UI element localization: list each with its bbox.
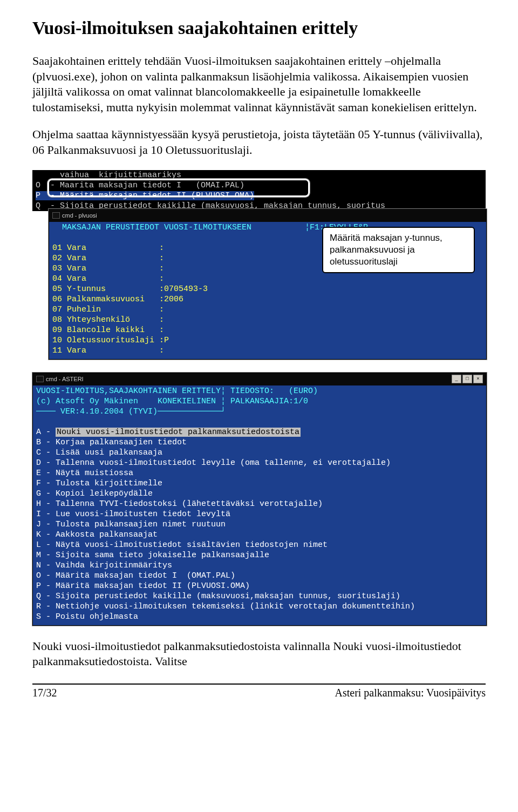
- paragraph-3: Nouki vuosi-ilmoitustiedot palkanmaksuti…: [32, 639, 486, 669]
- close-button[interactable]: ×: [473, 375, 483, 383]
- console-body: VUOSI-ILMOITUS,SAAJAKOHTAINEN ERITTELY¦ …: [33, 385, 486, 625]
- page-title: Vuosi-ilmoituksen saajakohtainen erittel…: [32, 17, 486, 38]
- paragraph-2: Ohjelma saattaa käynnistyessään kysyä pe…: [32, 127, 486, 158]
- page-footer: 17/32 Asteri palkanmaksu: Vuosipäivitys: [32, 684, 486, 699]
- window-buttons: _ □ ×: [452, 375, 483, 383]
- console-window-2: cmd - ASTERI _ □ × VUOSI-ILMOITUS,SAAJAK…: [32, 373, 487, 626]
- console-header: MAKSAJAN PERUSTIEDOT VUOSI-ILMOITUKSEEN …: [52, 223, 368, 232]
- header-line: VUOSI-ILMOITUS,SAAJAKOHTAINEN ERITTELY¦ …: [36, 387, 318, 396]
- screenshot-perustiedot: vaihua kirjuittimaarikys O - Maarita mak…: [32, 170, 486, 360]
- callout-outline: [47, 179, 310, 197]
- paragraph-1: Saajakohtainen erittely tehdään Vuosi-il…: [32, 53, 486, 115]
- window-titlebar: cmd - ASTERI _ □ ×: [33, 373, 486, 385]
- page-number: 17/32: [32, 687, 57, 699]
- maximize-button[interactable]: □: [462, 375, 472, 383]
- cmd-icon: [52, 212, 60, 219]
- window-title: cmd - plvuosi: [62, 211, 97, 221]
- header-line: ──── VER:4.10.2004 (TYVI)─────────────┘: [36, 407, 226, 416]
- screenshot-menu: cmd - ASTERI _ □ × VUOSI-ILMOITUS,SAAJAK…: [32, 373, 486, 626]
- header-line: (c) Atsoft Oy Mäkinen KONEKIELINEN ¦ PAL…: [36, 397, 308, 406]
- window-title: cmd - ASTERI: [46, 374, 84, 384]
- cmd-icon: [36, 376, 44, 382]
- footer-rule: [32, 684, 486, 685]
- window-titlebar: cmd - plvuosi: [49, 209, 486, 222]
- callout-bubble: Määritä maksajan y-tunnus, palkanmaksuvu…: [322, 227, 475, 273]
- minimize-button[interactable]: _: [452, 375, 461, 383]
- footer-text: Asteri palkanmaksu: Vuosipäivitys: [335, 687, 486, 699]
